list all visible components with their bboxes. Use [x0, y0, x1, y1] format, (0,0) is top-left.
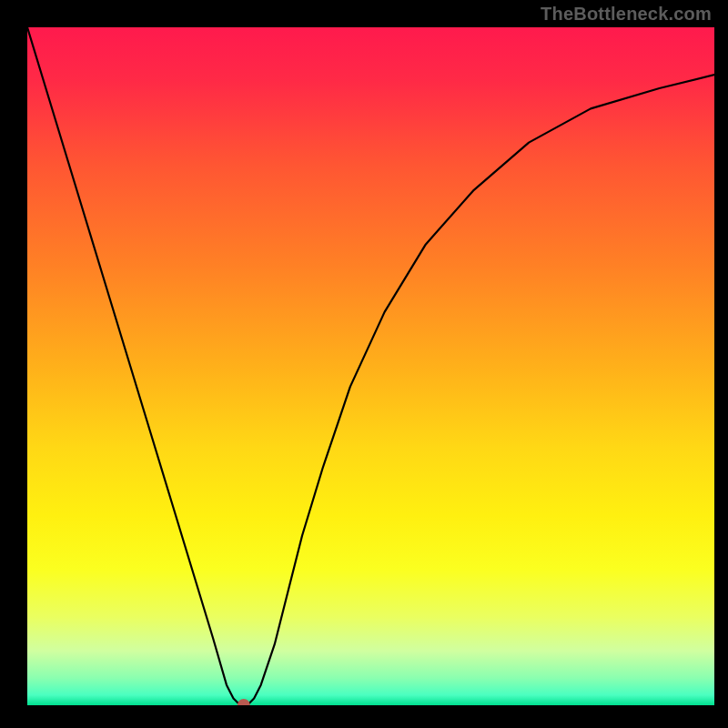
chart-svg: [27, 27, 714, 705]
chart-container: TheBottleneck.com: [0, 0, 728, 728]
watermark-text: TheBottleneck.com: [541, 4, 712, 25]
plot-area: [27, 27, 714, 705]
